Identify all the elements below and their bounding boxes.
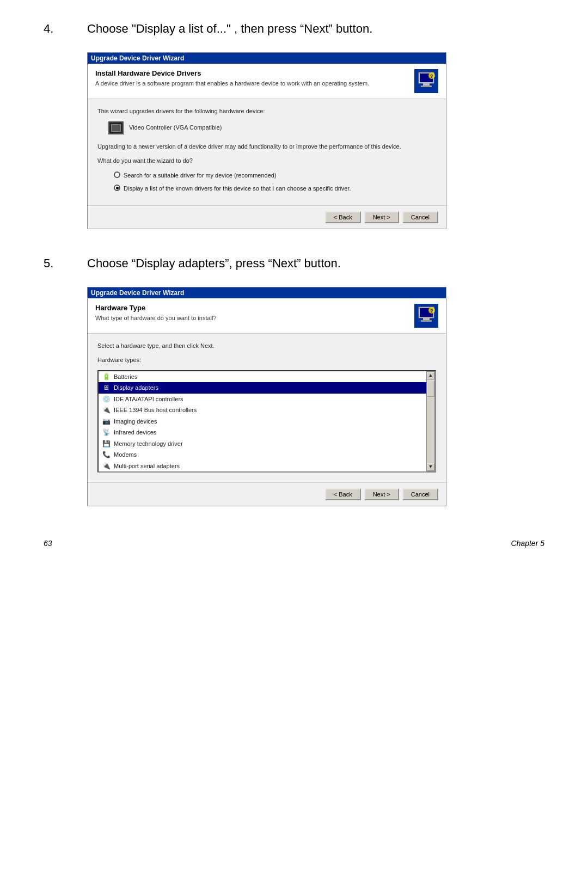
scroll-up-arrow[interactable]: ▲ bbox=[427, 372, 434, 379]
device-icon-1 bbox=[108, 121, 124, 134]
radio-item-1[interactable]: Search for a suitable driver for my devi… bbox=[114, 171, 436, 180]
hw-item-label-7: Modems bbox=[114, 450, 137, 459]
body-line1-1: This wizard upgrades drivers for the fol… bbox=[97, 107, 436, 116]
chapter-label: Chapter 5 bbox=[511, 539, 544, 548]
step-5-text: Choose “Display adapters”, press “Next” … bbox=[87, 256, 341, 271]
back-button-1[interactable]: < Back bbox=[325, 211, 361, 223]
wizard-body-1: This wizard upgrades drivers for the fol… bbox=[88, 99, 446, 205]
body-line1-2: Select a hardware type, and then click N… bbox=[97, 341, 436, 351]
step-5-number: 5. bbox=[44, 256, 76, 271]
wizard-header-text-1: Install Hardware Device Drivers A device… bbox=[95, 69, 409, 88]
step-4-number: 4. bbox=[44, 22, 76, 36]
hw-item-label-6: Memory technology driver bbox=[114, 439, 183, 449]
wizard-body-2: Select a hardware type, and then click N… bbox=[88, 334, 446, 483]
back-button-2[interactable]: < Back bbox=[325, 488, 361, 500]
scrollbar[interactable]: ▲ ▼ bbox=[426, 371, 435, 472]
wizard-header-desc-2: What type of hardware do you want to ins… bbox=[95, 314, 409, 322]
hw-item-label-0: Batteries bbox=[114, 372, 137, 382]
wizard-title-bar-2: Upgrade Device Driver Wizard bbox=[88, 287, 446, 298]
next-button-1[interactable]: Next > bbox=[364, 211, 399, 223]
wizard-icon-1: ? bbox=[414, 69, 438, 93]
body-line2-2: Hardware types: bbox=[97, 355, 436, 365]
hw-icon-4: 📷 bbox=[102, 417, 111, 426]
hw-item-label-2: IDE ATA/ATAPI controllers bbox=[114, 395, 183, 404]
hw-item-label-1: Display adapters bbox=[114, 383, 158, 393]
hw-list-item[interactable]: 📞Modems bbox=[99, 449, 426, 461]
hw-item-label-5: Infrared devices bbox=[114, 428, 156, 437]
hw-list-item[interactable]: 📷Imaging devices bbox=[99, 416, 426, 427]
wizard-header-text-2: Hardware Type What type of hardware do y… bbox=[95, 304, 409, 322]
wizard-header-desc-1: A device driver is a software program th… bbox=[95, 79, 409, 88]
step-5: 5. Choose “Display adapters”, press “Nex… bbox=[44, 256, 544, 507]
next-button-2[interactable]: Next > bbox=[364, 488, 399, 500]
hw-list-content: 🔋Batteries🖥Display adapters💿IDE ATA/ATAP… bbox=[99, 371, 426, 472]
hw-list-item[interactable]: 💿IDE ATA/ATAPI controllers bbox=[99, 394, 426, 405]
hw-list-item[interactable]: 🔌Multi-port serial adapters bbox=[99, 461, 426, 472]
wizard-header-1: Install Hardware Device Drivers A device… bbox=[88, 64, 446, 99]
radio-item-2[interactable]: Display a list of the known drivers for … bbox=[114, 184, 436, 193]
scroll-thumb[interactable] bbox=[427, 381, 434, 397]
wizard-title-bar-1: Upgrade Device Driver Wizard bbox=[88, 53, 446, 64]
hw-icon-2: 💿 bbox=[102, 395, 111, 403]
hw-item-label-3: IEEE 1394 Bus host controllers bbox=[114, 406, 197, 415]
cancel-button-2[interactable]: Cancel bbox=[402, 488, 438, 500]
device-label-1: Video Controller (VGA Compatible) bbox=[129, 123, 222, 132]
radio-circle-1[interactable] bbox=[114, 171, 120, 178]
wizard-box-1: Upgrade Device Driver Wizard Install Har… bbox=[87, 52, 446, 229]
step-5-heading: 5. Choose “Display adapters”, press “Nex… bbox=[44, 256, 544, 271]
hw-icon-1: 🖥 bbox=[102, 383, 111, 392]
wizard-header-title-1: Install Hardware Device Drivers bbox=[95, 69, 409, 77]
page-number: 63 bbox=[44, 539, 52, 548]
cancel-button-1[interactable]: Cancel bbox=[402, 211, 438, 223]
svg-rect-3 bbox=[423, 83, 430, 85]
device-row-1: Video Controller (VGA Compatible) bbox=[108, 121, 436, 134]
hw-list-item[interactable]: 🖥Display adapters bbox=[99, 382, 426, 394]
radio-label-1: Search for a suitable driver for my devi… bbox=[124, 171, 277, 180]
svg-text:?: ? bbox=[430, 73, 433, 79]
step-4-heading: 4. Choose "Display a list of..." , then … bbox=[44, 22, 544, 36]
body-line2-1: Upgrading to a newer version of a device… bbox=[97, 142, 436, 151]
svg-rect-11 bbox=[421, 320, 432, 322]
wizard-header-title-2: Hardware Type bbox=[95, 304, 409, 312]
hw-icon-8: 🔌 bbox=[102, 462, 111, 470]
wizard-header-2: Hardware Type What type of hardware do y… bbox=[88, 298, 446, 334]
svg-rect-10 bbox=[423, 318, 430, 320]
svg-rect-4 bbox=[421, 85, 432, 87]
hw-list-item[interactable]: 📡Infrared devices bbox=[99, 427, 426, 438]
wizard-footer-2: < Back Next > Cancel bbox=[88, 482, 446, 506]
hw-icon-0: 🔋 bbox=[102, 372, 111, 381]
step-4: 4. Choose "Display a list of..." , then … bbox=[44, 22, 544, 229]
device-icon-inner-1 bbox=[111, 124, 121, 132]
hw-list-item[interactable]: 💾Memory technology driver bbox=[99, 438, 426, 450]
wizard-icon-2: ? bbox=[414, 304, 438, 328]
hw-icon-5: 📡 bbox=[102, 428, 111, 437]
radio-circle-2[interactable] bbox=[114, 185, 120, 191]
wizard-footer-1: < Back Next > Cancel bbox=[88, 205, 446, 229]
hw-icon-6: 💾 bbox=[102, 439, 111, 448]
hw-item-label-8: Multi-port serial adapters bbox=[114, 462, 180, 471]
body-line3-1: What do you want the wizard to do? bbox=[97, 156, 436, 165]
radio-label-2: Display a list of the known drivers for … bbox=[124, 184, 351, 193]
hw-list-item[interactable]: 🔌IEEE 1394 Bus host controllers bbox=[99, 404, 426, 416]
radio-group-1: Search for a suitable driver for my devi… bbox=[114, 171, 436, 193]
page-footer: 63 Chapter 5 bbox=[44, 534, 544, 553]
hw-list-wrapper: 🔋Batteries🖥Display adapters💿IDE ATA/ATAP… bbox=[97, 370, 436, 473]
step-4-text: Choose "Display a list of..." , then pre… bbox=[87, 22, 372, 36]
hw-item-label-4: Imaging devices bbox=[114, 417, 157, 426]
scroll-down-arrow[interactable]: ▼ bbox=[427, 463, 434, 471]
svg-text:?: ? bbox=[430, 308, 433, 314]
hw-icon-3: 🔌 bbox=[102, 406, 111, 414]
wizard-box-2: Upgrade Device Driver Wizard Hardware Ty… bbox=[87, 287, 446, 507]
hw-list-item[interactable]: 🔋Batteries bbox=[99, 371, 426, 383]
hw-icon-7: 📞 bbox=[102, 450, 111, 459]
